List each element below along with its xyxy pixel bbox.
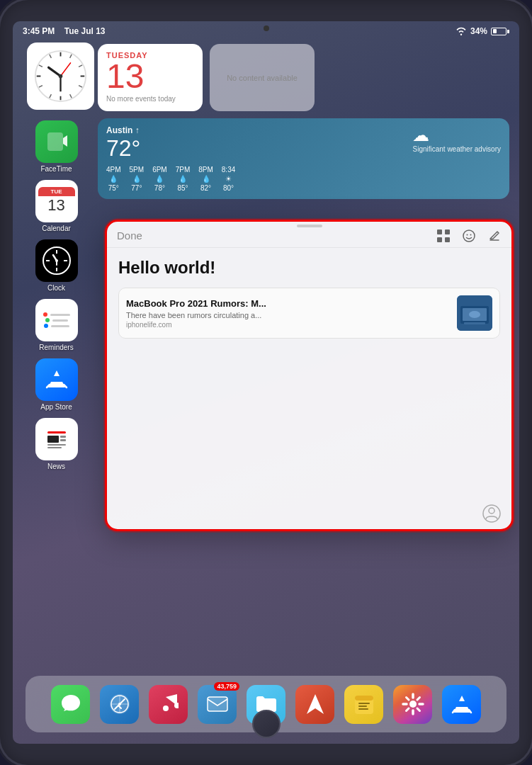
battery-percent: 34% [470,26,487,36]
status-time-date: 3:45 PM Tue Jul 13 [23,26,106,36]
app-appstore-label: App Store [40,403,72,411]
weather-hour-2: 6PM 💧 78° [152,166,167,192]
svg-point-38 [470,234,472,236]
note-content[interactable]: Hello world! MacBook Pro 2021 Rumors: M.… [107,248,511,498]
svg-point-50 [118,703,121,706]
reminder-dot-2 [45,318,50,322]
weather-hour-5: 8:34 ☀ 80° [222,166,235,192]
status-time: 3:45 PM [23,26,55,36]
svg-rect-31 [47,447,62,448]
svg-point-24 [55,259,58,262]
svg-rect-35 [445,237,450,242]
svg-rect-58 [358,708,368,710]
svg-rect-33 [445,230,450,234]
dock-app-messages[interactable] [51,685,90,724]
svg-rect-56 [358,703,370,704]
ipad-frame: 3:45 PM Tue Jul 13 34% [0,0,532,765]
svg-point-37 [467,234,468,236]
svg-rect-26 [47,431,66,434]
note-title: Hello world! [118,258,500,278]
weather-description: Significant weather advisory [412,145,501,153]
wifi-icon [455,27,467,35]
app-calendar-wrapper[interactable]: TUE 13 Calendar [35,180,78,232]
dock-app-notes[interactable] [344,685,383,724]
weather-temp: 72° [106,135,140,162]
status-date: Tue Jul 13 [64,26,106,36]
svg-rect-27 [47,436,59,443]
app-calendar-label: Calendar [42,225,71,232]
weather-widget[interactable]: Austin ↑ 72° ☁ Significant weather advis… [98,118,509,199]
battery-fill [493,29,497,33]
reminder-dot-1 [43,312,47,317]
weather-left: Austin ↑ 72° [106,125,140,162]
app-clock-label: Clock [47,284,65,292]
svg-rect-43 [464,322,485,324]
photo-widget[interactable]: No content available [210,44,315,111]
note-link-thumb-inner [457,295,492,331]
svg-rect-29 [60,439,66,441]
svg-rect-34 [437,237,442,242]
app-appstore-icon[interactable] [35,358,78,401]
svg-point-59 [409,701,417,708]
weather-city: Austin ↑ [106,125,140,135]
calendar-icon-day: TUE [38,187,75,196]
app-reminders-icon[interactable] [35,299,78,341]
note-link-card[interactable]: MacBook Pro 2021 Rumors: M... There have… [118,288,500,339]
drag-handle [297,225,322,227]
dock-app-direct[interactable] [295,685,334,724]
top-row-widgets: TUESDAY 13 No more events today No conte… [98,44,509,111]
reminder-line-2 [52,319,68,322]
calendar-day-number: 13 [106,60,194,94]
widgets-area: TUESDAY 13 No more events today No conte… [98,44,509,199]
note-link-url: iphonelife.com [126,321,450,329]
weather-hour-3: 7PM 💧 85° [176,166,191,192]
home-button[interactable] [252,710,281,738]
calendar-events-text: No more events today [106,95,194,103]
clock-face-svg [34,50,87,103]
note-grid-icon[interactable] [436,229,451,243]
app-reminders-label: Reminders [39,344,73,351]
note-emoji-icon[interactable] [462,229,476,243]
ipad-screen: 3:45 PM Tue Jul 13 34% [13,21,519,744]
app-clock-wrapper[interactable]: Clock [35,239,78,292]
app-news-wrapper[interactable]: News [35,418,78,470]
dock-app-photos[interactable] [393,685,432,724]
reminder-line-1 [50,314,70,316]
mail-badge: 43,759 [214,682,239,691]
app-appstore-wrapper[interactable]: App Store [35,358,78,411]
app-reminders-wrapper[interactable]: Reminders [35,299,78,351]
svg-rect-53 [208,697,227,711]
app-facetime-wrapper[interactable]: FaceTime [35,120,78,173]
note-footer [107,498,511,529]
battery-tip [507,30,509,33]
weather-hour-1: 5PM 💧 77° [130,166,145,192]
dock-app-mail[interactable]: 43,759 [198,685,237,724]
dock-app-safari[interactable] [100,685,139,724]
reminder-row-3 [44,324,69,328]
calendar-icon-date: 13 [47,196,64,215]
svg-rect-32 [437,230,442,234]
note-toolbar-right [436,229,502,243]
app-news-label: News [47,463,65,470]
battery-body [491,28,506,35]
note-compose-icon[interactable] [487,229,502,243]
note-toolbar-left: Done [117,230,142,242]
weather-hourly: 4PM 💧 75° 5PM 💧 77° 6PM 💧 78° [106,166,501,192]
note-account-icon [482,504,502,523]
note-done-button[interactable]: Done [117,230,142,242]
analog-clock-widget [27,42,94,110]
app-news-icon[interactable] [35,418,78,460]
svg-rect-57 [358,706,367,707]
battery-icon [491,28,509,35]
note-link-title: MacBook Pro 2021 Rumors: M... [126,298,450,309]
app-calendar-icon[interactable]: TUE 13 [35,180,78,222]
dock-app-music[interactable] [149,685,188,724]
dock-app-appstore[interactable] [442,685,481,724]
weather-right: ☁ Significant weather advisory [412,125,501,153]
reminder-dot-3 [44,324,48,328]
app-facetime-icon[interactable] [35,120,78,163]
photo-widget-no-content: No content available [227,74,298,82]
note-widget[interactable]: Done [105,220,514,531]
app-clock-icon[interactable] [35,239,78,282]
calendar-small-widget[interactable]: TUESDAY 13 No more events today [98,44,203,111]
